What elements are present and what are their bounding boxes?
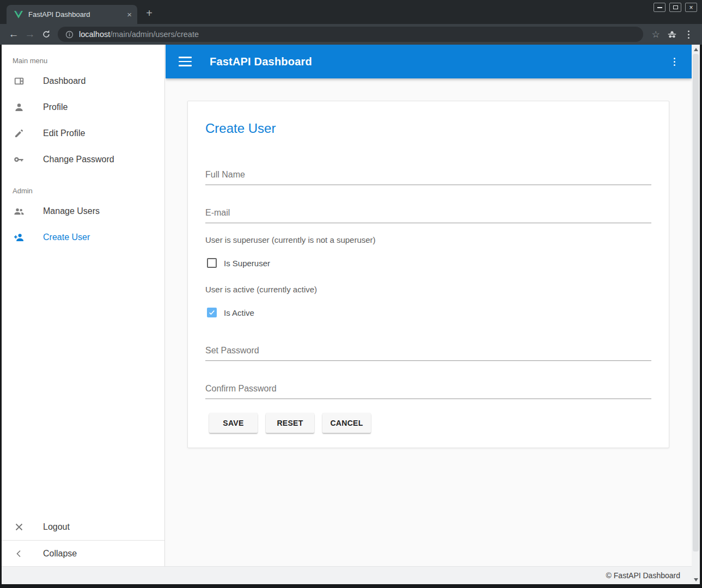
back-button[interactable]: ← — [5, 26, 22, 42]
window-minimize-button[interactable] — [654, 3, 666, 12]
superuser-checkbox-label: Is Superuser — [224, 259, 270, 268]
set-password-input[interactable] — [205, 341, 651, 361]
appbar-menu-button[interactable] — [670, 54, 679, 69]
hamburger-menu-icon[interactable] — [179, 57, 192, 66]
sidebar-spacer — [2, 250, 164, 514]
url-host: localhost — [79, 30, 110, 39]
sidebar-item-dashboard[interactable]: Dashboard — [2, 68, 164, 94]
full-name-field — [205, 166, 651, 185]
sidebar-item-label: Collapse — [43, 549, 77, 559]
active-hint: User is active (currently active) — [205, 285, 651, 294]
sidebar-item-label: Manage Users — [43, 206, 100, 216]
email-input[interactable] — [205, 204, 651, 223]
maximize-icon — [673, 5, 678, 9]
browser-chrome: FastAPI Dashboard × + × ← → localhost/ — [0, 0, 702, 45]
sidebar-item-create-user[interactable]: Create User — [2, 224, 164, 250]
full-name-input[interactable] — [205, 166, 651, 185]
window-maximize-button[interactable] — [669, 3, 681, 12]
url-text: localhost/main/admin/users/create — [79, 30, 199, 39]
incognito-icon — [664, 26, 680, 42]
sidebar-item-label: Create User — [43, 232, 90, 242]
page-footer: © FastAPI Dashboard — [2, 566, 692, 584]
superuser-checkbox-row[interactable]: Is Superuser — [205, 258, 651, 268]
sidebar-item-label: Change Password — [43, 155, 114, 164]
page-title: Create User — [205, 121, 651, 136]
window-controls: × — [654, 3, 697, 12]
sidebar-item-profile[interactable]: Profile — [2, 94, 164, 120]
web-icon — [13, 75, 26, 88]
window-close-button[interactable]: × — [685, 3, 697, 12]
sidebar-item-edit-profile[interactable]: Edit Profile — [2, 120, 164, 146]
set-password-field — [205, 341, 651, 361]
main-area: FastAPI Dashboard Create User User is su… — [166, 45, 692, 566]
email-field — [205, 204, 651, 223]
sidebar-item-manage-users[interactable]: Manage Users — [2, 198, 164, 224]
confirm-password-input[interactable] — [205, 379, 651, 399]
tab-close-icon[interactable]: × — [127, 10, 132, 19]
sidebar-item-label: Dashboard — [43, 76, 86, 86]
chevron-left-icon — [13, 547, 26, 560]
pencil-icon — [13, 127, 26, 140]
people-icon — [13, 205, 26, 218]
page-scrollbar[interactable] — [692, 45, 700, 584]
reload-button[interactable] — [38, 26, 54, 42]
sidebar-item-collapse[interactable]: Collapse — [2, 540, 164, 566]
sidebar-section-admin: Admin — [13, 187, 164, 195]
new-tab-button[interactable]: + — [142, 6, 156, 20]
browser-tab[interactable]: FastAPI Dashboard × — [7, 5, 137, 24]
person-add-icon — [13, 231, 26, 244]
confirm-password-field — [205, 379, 651, 399]
browser-menu-button[interactable] — [680, 26, 697, 42]
reload-icon — [41, 29, 51, 39]
superuser-hint: User is superuser (currently is not a su… — [205, 235, 651, 244]
content-area: Create User User is superuser (currently… — [166, 78, 692, 448]
superuser-checkbox[interactable] — [207, 258, 217, 268]
active-checkbox-row[interactable]: Is Active — [205, 308, 651, 317]
close-icon — [13, 520, 26, 534]
cancel-button[interactable]: CANCEL — [322, 413, 371, 433]
key-icon — [13, 153, 26, 166]
scrollbar-up-icon[interactable] — [692, 45, 700, 53]
page-viewport: Main menu Dashboard Profile — [2, 45, 700, 584]
active-checkbox[interactable] — [207, 308, 217, 317]
check-icon — [208, 309, 216, 316]
scrollbar-thumb[interactable] — [693, 54, 699, 552]
reset-button[interactable]: RESET — [266, 413, 314, 433]
active-checkbox-label: Is Active — [224, 308, 254, 317]
minimize-icon — [657, 7, 662, 8]
sidebar-item-label: Logout — [43, 522, 70, 532]
forward-button[interactable]: → — [22, 26, 38, 42]
scrollbar-down-icon[interactable] — [692, 575, 700, 584]
sidebar-item-change-password[interactable]: Change Password — [2, 146, 164, 173]
info-icon[interactable] — [65, 30, 74, 39]
appbar-title: FastAPI Dashboard — [210, 56, 312, 68]
copyright-text: © FastAPI Dashboard — [606, 571, 680, 580]
tab-title: FastAPI Dashboard — [28, 10, 121, 19]
browser-toolbar: ← → localhost/main/admin/users/create ☆ — [0, 24, 702, 45]
address-bar[interactable]: localhost/main/admin/users/create — [58, 27, 643, 42]
form-buttons: SAVE RESET CANCEL — [205, 413, 651, 433]
bookmark-star-button[interactable]: ☆ — [648, 26, 664, 42]
url-path: /main/admin/users/create — [110, 30, 199, 39]
vue-logo-icon — [14, 11, 23, 19]
sidebar-item-label: Edit Profile — [43, 128, 85, 138]
person-icon — [13, 101, 26, 114]
save-button[interactable]: SAVE — [209, 413, 258, 433]
create-user-card: Create User User is superuser (currently… — [187, 101, 669, 448]
sidebar-section-main-menu: Main menu — [13, 57, 164, 65]
app-bar: FastAPI Dashboard — [166, 45, 692, 78]
sidebar: Main menu Dashboard Profile — [2, 45, 165, 566]
sidebar-item-logout[interactable]: Logout — [2, 514, 164, 540]
tab-strip: FastAPI Dashboard × + × — [0, 0, 702, 24]
sidebar-item-label: Profile — [43, 102, 68, 112]
